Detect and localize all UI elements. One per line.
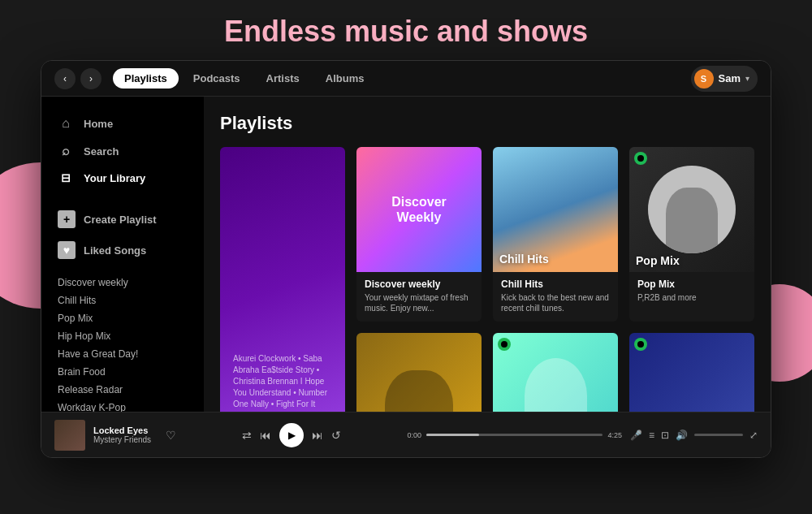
playlist-card-chill-hits[interactable]: Chill Hits Chill Hits Kick back to the b… (493, 147, 618, 322)
user-menu[interactable]: S Sam ▾ (691, 66, 758, 92)
top-bar: ‹ › Playlists Podcasts Artists Albums S … (41, 61, 771, 97)
playlist-card-pop-mix[interactable]: Pop Mix Pop Mix P,R2B and more (629, 147, 754, 322)
user-name: Sam (719, 72, 741, 84)
progress-fill (426, 434, 479, 436)
nav-arrows: ‹ › (54, 68, 102, 89)
list-item[interactable]: Chill Hits (58, 292, 188, 309)
sidebar-create-playlist[interactable]: + Create Playlist (41, 204, 204, 235)
next-button[interactable]: ⏭ (312, 429, 323, 442)
previous-button[interactable]: ⏮ (260, 429, 271, 442)
sidebar-item-library[interactable]: ⊟ Your Library (41, 165, 204, 191)
card-desc: Your weekly mixtape of fresh music. Enjo… (365, 292, 473, 313)
search-icon: ⌕ (58, 144, 74, 158)
plus-icon: + (58, 210, 76, 228)
sidebar-item-label: Search (84, 145, 119, 158)
sidebar-playlist-list: Discover weekly Chill Hits Pop Mix Hip H… (41, 274, 204, 412)
repeat-button[interactable]: ↺ (331, 429, 341, 442)
sidebar: ⌂ Home ⌕ Search ⊟ Your Library + Create … (41, 97, 204, 412)
liked-songs-mini-text: Akurei Clockwork • Saba Abraha Ea$tside … (233, 353, 332, 412)
list-item[interactable]: Have a Great Day! (58, 345, 188, 363)
progress-bar[interactable] (426, 434, 603, 436)
player-bar: Locked Eyes Mystery Friends ♡ ⇄ ⏮ ▶ ⏭ ↺ … (41, 412, 771, 457)
playlist-card-hip-hop-mix[interactable]: Hip Hop Mix Hip Hop Mix Teto and more (356, 333, 482, 412)
player-controls: ⇄ ⏮ ▶ ⏭ ↺ (184, 423, 399, 447)
list-item[interactable]: Release Radar (58, 381, 188, 399)
page-headline: Endless music and shows (0, 0, 812, 60)
queue-button[interactable]: ≡ (649, 430, 654, 441)
fullscreen-button[interactable]: ⤢ (749, 430, 758, 441)
chill-hits-label: Chill Hits (499, 253, 611, 266)
card-name: Discover weekly (365, 279, 473, 290)
shuffle-button[interactable]: ⇄ (242, 429, 252, 442)
nav-tabs: Playlists Podcasts Artists Albums (113, 68, 375, 89)
tab-playlists[interactable]: Playlists (113, 68, 179, 89)
tab-artists[interactable]: Artists (255, 68, 311, 89)
volume-bar[interactable] (694, 434, 743, 436)
play-button[interactable]: ▶ (279, 423, 304, 447)
main-area: ⌂ Home ⌕ Search ⊟ Your Library + Create … (41, 97, 771, 412)
sidebar-action-label: Create Playlist (84, 214, 157, 226)
card-name: Pop Mix (637, 279, 746, 290)
sidebar-liked-songs[interactable]: ♥ Liked Songs (41, 235, 204, 266)
list-item[interactable]: Pop Mix (58, 309, 188, 327)
discover-label: DiscoverWeekly (356, 147, 482, 272)
player-thumbnail (54, 420, 85, 451)
content-area: Playlists Akurei Clockwork • Saba Abraha… (204, 97, 771, 412)
player-track-name: Locked Eyes (93, 425, 151, 435)
player-track-artist: Mystery Friends (93, 435, 151, 444)
lyrics-button[interactable]: 🎤 (630, 430, 642, 441)
sidebar-item-label: Your Library (84, 172, 145, 184)
progress-current: 0:00 (408, 431, 422, 439)
sidebar-item-search[interactable]: ⌕ Search (41, 137, 204, 165)
library-icon: ⊟ (58, 171, 74, 184)
playlist-card-liked-songs[interactable]: Akurei Clockwork • Saba Abraha Ea$tside … (220, 147, 345, 412)
home-icon: ⌂ (58, 116, 74, 131)
playlist-card-discover-weekly[interactable]: DiscoverWeekly Discover weekly Your week… (356, 147, 482, 322)
player-progress: 0:00 4:25 (408, 431, 622, 439)
list-item[interactable]: Hip Hop Mix (58, 327, 188, 345)
heart-button[interactable]: ♡ (166, 429, 176, 442)
card-name: Chill Hits (501, 279, 610, 290)
app-window: ‹ › Playlists Podcasts Artists Albums S … (41, 60, 771, 458)
playlist-grid: Akurei Clockwork • Saba Abraha Ea$tside … (220, 147, 754, 412)
list-item[interactable]: Discover weekly (58, 274, 188, 292)
player-right-controls: 🎤 ≡ ⊡ 🔊 ⤢ (630, 430, 758, 441)
list-item[interactable]: Brain Food (58, 363, 188, 381)
sidebar-item-home[interactable]: ⌂ Home (41, 110, 204, 137)
volume-button[interactable]: 🔊 (676, 430, 688, 441)
card-desc: P,R2B and more (637, 292, 746, 303)
content-title: Playlists (220, 113, 754, 134)
player-track-info: Locked Eyes Mystery Friends (93, 425, 151, 444)
tab-albums[interactable]: Albums (314, 68, 376, 89)
user-avatar: S (694, 69, 714, 89)
pop-mix-label: Pop Mix (636, 254, 748, 267)
sidebar-item-label: Home (84, 118, 113, 130)
list-item[interactable]: Workday K-Pop (58, 399, 188, 412)
tab-podcasts[interactable]: Podcasts (182, 68, 252, 89)
chevron-down-icon: ▾ (745, 74, 749, 83)
playlist-card-brain-food[interactable]: Brain Food Brain Food Hypnotic electroni… (629, 333, 754, 412)
heart-icon: ♥ (58, 241, 76, 259)
progress-total: 4:25 (607, 431, 622, 439)
sidebar-action-label: Liked Songs (84, 244, 146, 257)
devices-button[interactable]: ⊡ (661, 430, 669, 441)
forward-button[interactable]: › (80, 68, 102, 89)
back-button[interactable]: ‹ (54, 68, 76, 89)
playlist-card-have-great-day[interactable]: Have a Great Day! Have a Great Day! Feel… (493, 333, 618, 412)
card-desc: Kick back to the best new and recent chi… (501, 292, 610, 313)
